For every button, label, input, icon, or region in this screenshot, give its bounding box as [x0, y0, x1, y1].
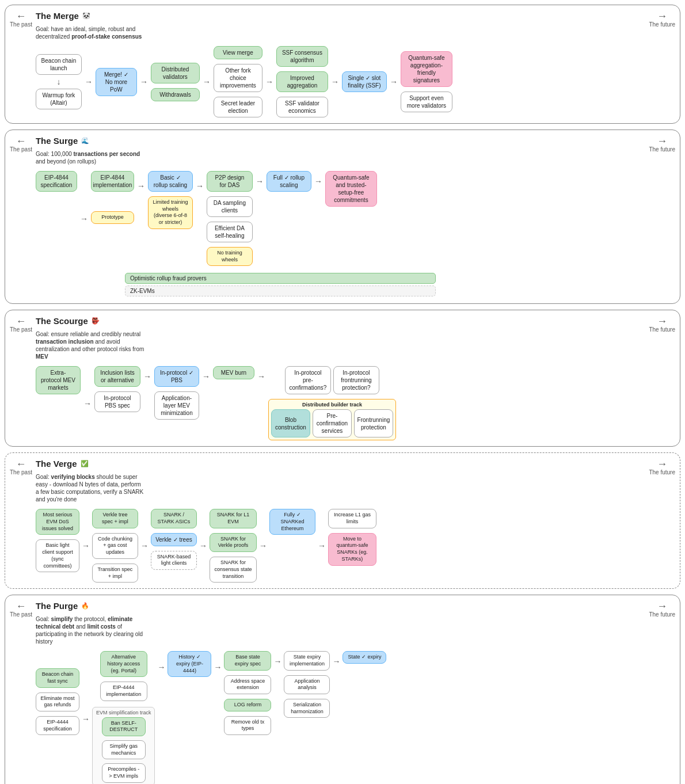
node-eip4844-impl: EIP-4844 implementation — [91, 171, 134, 192]
node-blob-construction: Blob construction — [271, 409, 310, 437]
node-transition-spec: Transition spec + impl — [92, 564, 138, 583]
merge-view-col: View merge Other fork choice improvement… — [214, 46, 262, 117]
node-secret-leader: Secret leader election — [214, 97, 262, 117]
node-beacon-launch: Beacon chain launch — [36, 54, 82, 75]
node-support-validators: Support even more validators — [401, 92, 452, 112]
scourge-title: The Scourge — [36, 316, 88, 326]
surge-past-label: ← The past — [10, 136, 32, 153]
merge-title: The Merge — [36, 11, 79, 21]
node-improved-agg: Improved aggregation — [276, 71, 328, 92]
node-basic-light-client: Basic light client support (sync committ… — [36, 539, 79, 572]
surge-future-label: → The future — [649, 136, 675, 153]
scourge-section: ← The past The Scourge 👺 Goal: ensure re… — [5, 310, 680, 447]
node-p2p-das: P2P design for DAS — [207, 171, 253, 192]
surge-emoji: 🌊 — [81, 137, 89, 144]
verge-content: The Verge ✅ Goal: verifying blocks shoul… — [36, 459, 645, 583]
node-app-analysis: Application analysis — [284, 675, 330, 694]
node-state-expiry-impl: State expiry implementation — [284, 651, 330, 670]
node-evm-dos: Most serious EVM DoS issues solved — [36, 509, 79, 535]
node-snark-l1-evm: SNARK for L1 EVM — [210, 509, 257, 528]
node-verkle-trees: Verkle ✓ trees — [151, 533, 197, 546]
scourge-goal: Goal: ensure reliable and credibly neutr… — [36, 330, 145, 360]
merge-ssf-col: SSF consensus algorithm Improved aggrega… — [276, 46, 328, 117]
node-eliminate-gas: Eliminate most gas refunds — [36, 692, 79, 711]
surge-section: ← The past The Surge 🌊 Goal: 100,000 tra… — [5, 130, 680, 304]
verge-header: The Verge ✅ — [36, 459, 645, 469]
node-quantum-safe-sig: Quantum-safe aggregation-friendly signat… — [401, 51, 452, 87]
node-pre-confirm-services: Pre-confirmation services — [313, 409, 352, 437]
purge-header: The Purge 🔥 — [36, 601, 645, 611]
scourge-content: The Scourge 👺 Goal: ensure reliable and … — [36, 316, 645, 440]
merge-goal: Goal: have an ideal, simple, robust and … — [36, 25, 145, 40]
node-precompiles: Precompiles -> EVM impls — [102, 763, 146, 782]
node-eip4844-spec: EIP-4844 specification — [36, 171, 77, 192]
node-fork-choice: Other fork choice improvements — [214, 64, 262, 92]
node-in-protocol-pbs-spec: In-protocol PBS spec — [94, 391, 140, 412]
node-snark-verkle: SNARK for Verkle proofs — [210, 533, 257, 552]
node-view-merge: View merge — [214, 46, 262, 59]
scourge-emoji: 👺 — [92, 317, 100, 325]
scourge-header: The Scourge 👺 — [36, 316, 645, 326]
purge-title: The Purge — [36, 601, 78, 611]
node-eip4444-spec: EIP-4444 specification — [36, 716, 79, 735]
node-alt-history: Alternative history access (eg. Portal) — [100, 651, 147, 677]
node-eip4444-impl: EIP-4444 implementation — [100, 682, 147, 701]
node-limited-training: Limited training wheels (diverse 6-of-8 … — [148, 196, 193, 229]
merge-past-label: ← The past — [10, 11, 32, 28]
node-da-sampling: DA sampling clients — [207, 196, 253, 217]
merge-content: The Merge 🐼 Goal: have an ideal, simple,… — [36, 11, 645, 117]
node-verkle-spec: Verkle tree spec + impl — [92, 509, 138, 528]
node-inclusion-lists: Inclusion lists or alternative — [94, 366, 140, 387]
node-history-expiry: History ✓ expiry (EIP-4444) — [168, 651, 211, 677]
verge-future-label: → The future — [649, 459, 675, 475]
purge-future-label: → The future — [649, 601, 675, 618]
verge-goal: Goal: verifying blocks should be super e… — [36, 473, 145, 503]
distributed-builder-track: Distributed builder track Blob construct… — [268, 399, 396, 440]
bar-zk-evms: ZK-EVMs — [125, 286, 436, 296]
merge-future-col: Quantum-safe aggregation-friendly signat… — [401, 51, 452, 112]
evm-simplification-track: EVM simplification track Ban SELF-DESTRU… — [92, 707, 155, 784]
node-ssf: Single ✓ slot finality (SSF) — [342, 71, 387, 92]
node-beacon-fast-sync: Beacon chain fast sync — [36, 668, 79, 687]
node-increase-l1-gas: Increase L1 gas limits — [328, 509, 376, 528]
node-mev-burn: MEV burn — [213, 366, 254, 379]
merge-left-col: Beacon chain launch ↓ Warmup fork (Altai… — [36, 54, 82, 109]
node-frontrunning-q: In-protocol frontrunning protection? — [333, 366, 379, 394]
node-snark-consensus: SNARK for consensus state transition — [210, 557, 257, 583]
node-app-layer-mev: Application-layer MEV minimization — [154, 391, 199, 420]
surge-goal: Goal: 100,000 transactions per second an… — [36, 150, 145, 165]
surge-title: The Surge — [36, 136, 78, 146]
merge-header: The Merge 🐼 — [36, 11, 645, 21]
scourge-future-label: → The future — [649, 316, 675, 333]
node-serialization: Serialization harmonization — [284, 699, 330, 718]
purge-goal: Goal: simplify the protocol, eliminate t… — [36, 615, 145, 645]
merge-mid-col: Distributed validators Withdrawals — [151, 63, 200, 101]
node-frontrunning-prot: Frontrunning protection — [354, 409, 393, 437]
merge-future-label: → The future — [649, 11, 675, 28]
scourge-past-label: ← The past — [10, 316, 32, 333]
bar-optimistic-rollup: Optimistic rollup fraud provers — [125, 273, 436, 284]
node-ssf-economics: SSF validator economics — [276, 97, 328, 117]
node-quantum-safe-snarks: Move to quantum-safe SNARKs (eg. STARKs) — [328, 533, 376, 566]
node-simplify-gas: Simplify gas mechanics — [102, 740, 146, 759]
node-in-protocol-pbs: In-protocol ✓ PBS — [154, 366, 199, 387]
surge-header: The Surge 🌊 — [36, 136, 645, 146]
node-fully-snarked: Fully ✓ SNARKed Ethereum — [269, 509, 315, 535]
verge-title: The Verge — [36, 459, 77, 469]
node-code-chunking: Code chunking + gas cost updates — [92, 533, 138, 559]
node-snark-stark-asics: SNARK / STARK ASICs — [151, 509, 197, 528]
node-withdrawals: Withdrawals — [151, 88, 200, 101]
merge-section: ← The past The Merge 🐼 Goal: have an ide… — [5, 5, 680, 124]
node-state-expiry-final: State ✓ expiry — [342, 651, 386, 664]
node-quantum-safe-commit: Quantum-safe and trusted-setup-free comm… — [325, 171, 377, 207]
node-ssf-consensus: SSF consensus algorithm — [276, 46, 328, 67]
node-basic-rollup: Basic ✓ rollup scaling — [148, 171, 193, 192]
node-full-rollup: Full ✓ rollup scaling — [267, 171, 311, 192]
node-efficient-da: Efficient DA self-healing — [207, 222, 253, 242]
node-merge: Merge! ✓No more PoW — [96, 68, 137, 96]
node-extra-protocol-mev: Extra-protocol MEV markets — [36, 366, 81, 394]
purge-section: ← The past The Purge 🔥 Goal: simplify th… — [5, 595, 680, 784]
node-remove-old-tx: Remove old tx types — [224, 716, 271, 735]
purge-past-label: ← The past — [10, 601, 32, 618]
merge-emoji: 🐼 — [82, 12, 90, 20]
